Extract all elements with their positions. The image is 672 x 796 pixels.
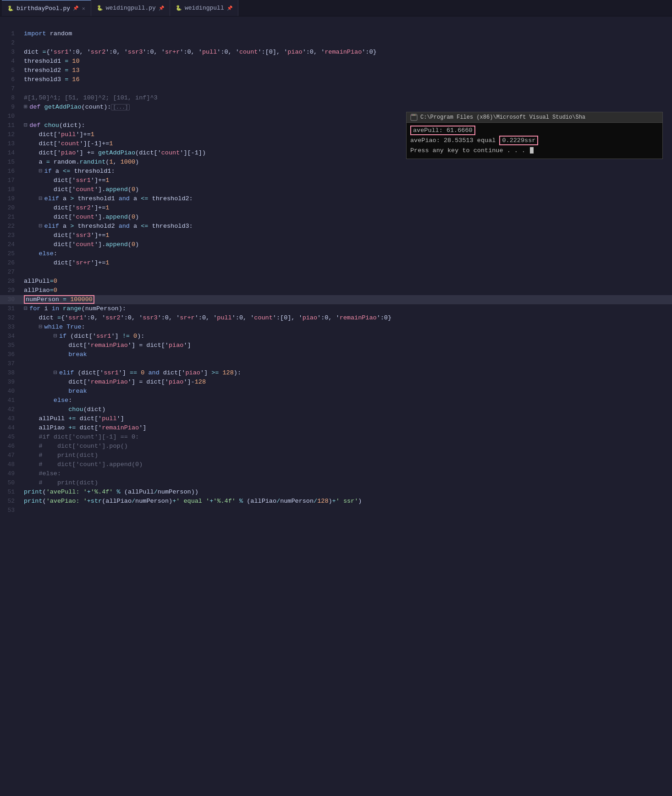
- code-line-31: 31 ⊟for i in range(numPerson):: [0, 304, 672, 313]
- code-line-49: 49 #else:: [0, 469, 672, 478]
- code-line-32: 32 dict ={'ssr1':0, 'ssr2':0, 'ssr3':0, …: [0, 313, 672, 323]
- code-line-5: 5 threshold2 = 13: [0, 66, 672, 75]
- fold-indicator-33[interactable]: ⊟: [39, 324, 42, 330]
- code-line-20: 20 dict['ssr2']+=1: [0, 203, 672, 213]
- code-line-50: 50 # print(dict): [0, 478, 672, 488]
- fold-box-9[interactable]: [...]: [111, 104, 130, 110]
- code-line-25: 25 else:: [0, 249, 672, 258]
- code-line-43: 43 allPull += dict['pull']: [0, 414, 672, 423]
- code-line-35: 35 dict['remainPiao'] = dict['piao']: [0, 341, 672, 350]
- svg-point-3: [413, 115, 414, 115]
- tab-birthdayPool[interactable]: 🐍 birthdayPool.py 📌 ✕: [2, 0, 91, 16]
- terminal-line-1: avePull: 61.6660: [410, 126, 659, 136]
- terminal-title-bar: C:\Program Files (x86)\Microsoft Visual …: [407, 112, 662, 123]
- code-line-38: 38 ⊟elif (dict['ssr1'] == 0 and dict['pi…: [0, 368, 672, 378]
- numPerson-highlight: numPerson = 100000: [24, 295, 94, 304]
- code-line-21: 21 dict['count'].append(0): [0, 213, 672, 222]
- code-line-30: 30 numPerson = 100000: [0, 295, 672, 304]
- terminal-cursor: [530, 147, 534, 154]
- code-line-7: 7: [0, 84, 672, 93]
- code-content: 1 import random 2 3 dict ={'ssr1':0, 'ss…: [0, 16, 672, 519]
- code-line-4: 4 threshold1 = 10: [0, 57, 672, 66]
- python-file-icon-3: 🐍: [176, 5, 182, 11]
- fold-indicator-22[interactable]: ⊟: [39, 223, 42, 230]
- fold-indicator-38[interactable]: ⊟: [54, 369, 57, 376]
- code-line-44: 44 allPiao += dict['remainPiao']: [0, 423, 672, 433]
- python-file-icon: 🐍: [7, 5, 14, 11]
- code-line-18: 18 dict['count'].append(0): [0, 185, 672, 194]
- tab-weidingpull1[interactable]: 🐍 weidingpull.py 📌: [91, 0, 170, 16]
- terminal-title: C:\Program Files (x86)\Microsoft Visual …: [420, 114, 585, 121]
- terminal-popup: C:\Program Files (x86)\Microsoft Visual …: [406, 112, 663, 159]
- code-line-15: 15 a = random.randint(1, 1000): [0, 158, 672, 167]
- terminal-line-3: Press any key to continue . . .: [410, 146, 659, 156]
- fold-indicator-9[interactable]: ⊞: [24, 104, 28, 110]
- tab-bar: 🐍 birthdayPool.py 📌 ✕ 🐍 weidingpull.py 📌…: [0, 0, 672, 16]
- fold-indicator-31[interactable]: ⊟: [24, 305, 28, 312]
- code-line-36: 36 break: [0, 350, 672, 359]
- code-line-blank-top: [0, 20, 672, 29]
- python-file-icon-2: 🐍: [97, 5, 103, 11]
- fold-indicator-34[interactable]: ⊟: [54, 333, 57, 340]
- code-line-6: 6 threshold3 = 16: [0, 75, 672, 84]
- code-line-26: 26 dict['sr+r']+=1: [0, 258, 672, 268]
- code-line-52: 52 print('avePiao: '+str(allPiao/numPers…: [0, 497, 672, 506]
- tab-group: 🐍 birthdayPool.py 📌 ✕ 🐍 weidingpull.py 📌…: [2, 0, 238, 16]
- terminal-window-icon: [410, 114, 418, 121]
- code-line-34: 34 ⊟if (dict['ssr1'] != 0):: [0, 332, 672, 341]
- avePiao-equal-highlight: 0.2229ssr: [499, 136, 538, 145]
- code-line-2: 2: [0, 38, 672, 48]
- pin-icon-2: 📌: [159, 5, 164, 11]
- tab-label-birthdayPool: birthdayPool.py: [17, 5, 70, 12]
- code-line-41: 41 else:: [0, 396, 672, 405]
- code-line-17: 17 dict['ssr1']+=1: [0, 176, 672, 185]
- tab-label-weidingpull1: weidingpull.py: [106, 5, 156, 11]
- code-line-45: 45 #if dict['count'][-1] == 0:: [0, 433, 672, 442]
- pin-icon-1: 📌: [73, 5, 78, 11]
- code-line-8: 8 #[1,50]^1; [51, 100]^2; [101, inf]^3: [0, 93, 672, 103]
- code-line-42: 42 chou(dict): [0, 405, 672, 414]
- fold-indicator-19[interactable]: ⊟: [39, 195, 42, 202]
- svg-point-4: [414, 115, 415, 115]
- tab-weidingpull2[interactable]: 🐍 weidingpull 📌: [170, 0, 238, 16]
- terminal-body: avePull: 61.6660 avePiao: 28.53513 equal…: [407, 123, 662, 159]
- code-line-24: 24 dict['count'].append(0): [0, 240, 672, 249]
- code-line-1: 1 import random: [0, 29, 672, 38]
- code-line-40: 40 break: [0, 387, 672, 396]
- code-line-47: 47 # print(dict): [0, 451, 672, 460]
- code-line-53: 53: [0, 506, 672, 515]
- terminal-line-2: avePiao: 28.53513 equal 0.2229ssr: [410, 136, 659, 146]
- code-line-46: 46 # dict['count'].pop(): [0, 442, 672, 451]
- code-line-16: 16 ⊟if a <= threshold1:: [0, 167, 672, 176]
- code-line-33: 33 ⊟while True:: [0, 323, 672, 332]
- code-line-39: 39 dict['remainPiao'] = dict['piao']-128: [0, 378, 672, 387]
- code-line-3: 3 dict ={'ssr1':0, 'ssr2':0, 'ssr3':0, '…: [0, 48, 672, 57]
- code-line-27: 27: [0, 268, 672, 277]
- code-line-51: 51 print('avePull: '+'%.4f' % (allPull/n…: [0, 488, 672, 497]
- editor-area: 1 import random 2 3 dict ={'ssr1':0, 'ss…: [0, 16, 672, 796]
- code-line-19: 19 ⊟elif a > threshold1 and a <= thresho…: [0, 194, 672, 203]
- code-line-23: 23 dict['ssr3']+=1: [0, 231, 672, 240]
- code-line-22: 22 ⊟elif a > threshold2 and a <= thresho…: [0, 222, 672, 231]
- code-line-48: 48 # dict['count'].append(0): [0, 460, 672, 469]
- svg-point-2: [412, 115, 413, 115]
- avePull-highlight: avePull: 61.6660: [410, 126, 475, 135]
- code-line-37: 37: [0, 359, 672, 368]
- code-line-29: 29 allPiao=0: [0, 286, 672, 295]
- tab-close-birthdayPool[interactable]: ✕: [82, 5, 85, 11]
- tab-label-weidingpull2: weidingpull: [185, 5, 224, 11]
- fold-indicator-11[interactable]: ⊟: [24, 122, 28, 129]
- pin-icon-3: 📌: [227, 5, 232, 11]
- code-line-9: 9 ⊞def getAddPiao(count):[...]: [0, 103, 672, 112]
- code-line-28: 28 allPull=0: [0, 277, 672, 286]
- fold-indicator-16[interactable]: ⊟: [39, 168, 42, 175]
